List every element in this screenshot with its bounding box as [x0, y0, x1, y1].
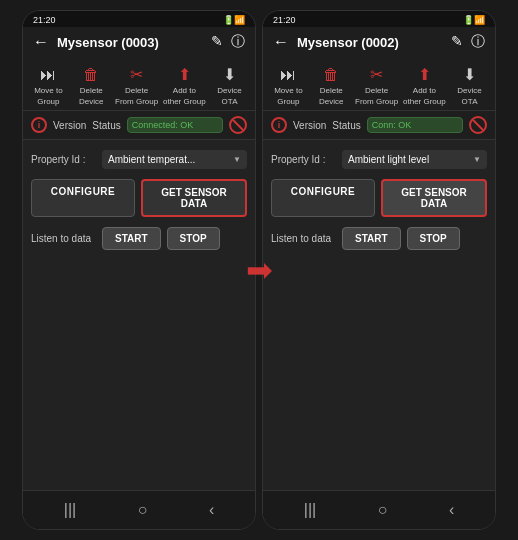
delete-device-icon-left: 🗑	[83, 66, 99, 84]
add-group-label2-right: other Group	[403, 97, 446, 106]
back-button-left[interactable]: ←	[33, 33, 49, 51]
nav-back-icon-left[interactable]: ‹	[209, 501, 214, 519]
listen-label-left: Listen to data	[31, 233, 96, 244]
add-group-label2-left: other Group	[163, 97, 206, 106]
toolbar-add-group-left[interactable]: ⬆ Add to other Group	[163, 65, 206, 106]
select-arrow-left: ▼	[233, 155, 241, 164]
status-bar-right: 21:20 🔋📶	[263, 11, 495, 27]
nav-menu-icon-right[interactable]: |||	[304, 501, 316, 519]
status-value-right: Conn: OK	[367, 117, 463, 133]
back-button-right[interactable]: ←	[273, 33, 289, 51]
version-label-left: Version	[53, 120, 86, 131]
delete-device-label2-right: Device	[319, 97, 343, 106]
page-title-left: Mysensor (0003)	[57, 35, 203, 50]
content-left: Property Id : Ambient temperat... ▼ CONF…	[23, 140, 255, 490]
toolbar-add-group-right[interactable]: ⬆ Add to other Group	[403, 65, 446, 106]
move-label2-right: Group	[277, 97, 299, 106]
delete-group-label-right: Delete	[365, 86, 388, 95]
delete-group-icon-left: ✂	[130, 65, 143, 84]
transition-arrow: ➡	[246, 251, 273, 289]
delete-device-icon-right: 🗑	[323, 66, 339, 84]
nav-menu-icon-left[interactable]: |||	[64, 501, 76, 519]
ota-icon-right: ⬇	[463, 65, 476, 84]
property-id-label-left: Property Id :	[31, 154, 96, 165]
delete-group-label2-left: From Group	[115, 97, 158, 106]
status-icons-right: 🔋📶	[463, 15, 485, 25]
info-icon-right[interactable]: ⓘ	[471, 33, 485, 51]
listen-row-right: Listen to data START STOP	[271, 227, 487, 250]
content-right: Property Id : Ambient light level ▼ CONF…	[263, 140, 495, 490]
property-id-label-right: Property Id :	[271, 154, 336, 165]
toolbar-delete-device-right[interactable]: 🗑 Delete Device	[312, 66, 350, 106]
phone-left: 21:20 🔋📶 ← Mysensor (0003) ✎ ⓘ ⏭ Move to…	[22, 10, 256, 530]
edit-icon-right[interactable]: ✎	[451, 33, 463, 51]
listen-label-right: Listen to data	[271, 233, 336, 244]
delete-group-label2-right: From Group	[355, 97, 398, 106]
no-signal-icon-left	[229, 116, 247, 134]
start-button-left[interactable]: START	[102, 227, 161, 250]
property-select-left[interactable]: Ambient temperat... ▼	[102, 150, 247, 169]
add-group-icon-right: ⬆	[418, 65, 431, 84]
configure-button-left[interactable]: CONFIGURE	[31, 179, 135, 217]
toolbar-move-right[interactable]: ⏭ Move to Group	[269, 66, 307, 106]
toolbar-delete-device-left[interactable]: 🗑 Delete Device	[72, 66, 110, 106]
property-row-right: Property Id : Ambient light level ▼	[271, 150, 487, 169]
start-button-right[interactable]: START	[342, 227, 401, 250]
delete-device-label-right: Delete	[320, 86, 343, 95]
move-label-right: Move to	[274, 86, 302, 95]
property-select-value-left: Ambient temperat...	[108, 154, 195, 165]
nav-back-icon-right[interactable]: ‹	[449, 501, 454, 519]
configure-button-right[interactable]: CONFIGURE	[271, 179, 375, 217]
property-select-right[interactable]: Ambient light level ▼	[342, 150, 487, 169]
status-value-left: Connected: OK	[127, 117, 223, 133]
toolbar-right: ⏭ Move to Group 🗑 Delete Device ✂ Delete…	[263, 57, 495, 111]
action-buttons-left: CONFIGURE GET SENSOR DATA	[31, 179, 247, 217]
get-sensor-button-right[interactable]: GET SENSOR DATA	[381, 179, 487, 217]
property-select-value-right: Ambient light level	[348, 154, 429, 165]
move-label-left: Move to	[34, 86, 62, 95]
nav-home-icon-left[interactable]: ○	[138, 501, 148, 519]
no-signal-icon-right	[469, 116, 487, 134]
phone-right: 21:20 🔋📶 ← Mysensor (0002) ✎ ⓘ ⏭ Move to…	[262, 10, 496, 530]
ota-label2-left: OTA	[222, 97, 238, 106]
move-icon-left: ⏭	[40, 66, 56, 84]
toolbar-ota-left[interactable]: ⬇ Device OTA	[211, 65, 249, 106]
ota-label-right: Device	[457, 86, 481, 95]
edit-icon-left[interactable]: ✎	[211, 33, 223, 51]
get-sensor-button-left[interactable]: GET SENSOR DATA	[141, 179, 247, 217]
info-bar-right: i Version Status Conn: OK	[263, 111, 495, 140]
stop-button-right[interactable]: STOP	[407, 227, 460, 250]
status-label-right: Status	[332, 120, 360, 131]
ota-icon-left: ⬇	[223, 65, 236, 84]
info-bar-left: i Version Status Connected: OK	[23, 111, 255, 140]
toolbar-move-left[interactable]: ⏭ Move to Group	[29, 66, 67, 106]
status-bar-left: 21:20 🔋📶	[23, 11, 255, 27]
nav-home-icon-right[interactable]: ○	[378, 501, 388, 519]
info-circle-right: i	[271, 117, 287, 133]
delete-group-icon-right: ✂	[370, 65, 383, 84]
add-group-label-right: Add to	[413, 86, 436, 95]
toolbar-ota-right[interactable]: ⬇ Device OTA	[451, 65, 489, 106]
status-time-left: 21:20	[33, 15, 56, 25]
toolbar-delete-group-right[interactable]: ✂ Delete From Group	[355, 65, 398, 106]
ota-label2-right: OTA	[462, 97, 478, 106]
add-group-icon-left: ⬆	[178, 65, 191, 84]
status-label-left: Status	[92, 120, 120, 131]
nav-bar-left: ||| ○ ‹	[23, 490, 255, 529]
stop-button-left[interactable]: STOP	[167, 227, 220, 250]
nav-bar-right: ||| ○ ‹	[263, 490, 495, 529]
status-time-right: 21:20	[273, 15, 296, 25]
action-buttons-right: CONFIGURE GET SENSOR DATA	[271, 179, 487, 217]
delete-device-label2-left: Device	[79, 97, 103, 106]
info-icon-left[interactable]: ⓘ	[231, 33, 245, 51]
delete-group-label-left: Delete	[125, 86, 148, 95]
info-circle-left: i	[31, 117, 47, 133]
add-group-label-left: Add to	[173, 86, 196, 95]
right-arrow-icon: ➡	[246, 252, 273, 288]
status-icons-left: 🔋📶	[223, 15, 245, 25]
toolbar-delete-group-left[interactable]: ✂ Delete From Group	[115, 65, 158, 106]
move-label2-left: Group	[37, 97, 59, 106]
title-bar-right: ← Mysensor (0002) ✎ ⓘ	[263, 27, 495, 57]
move-icon-right: ⏭	[280, 66, 296, 84]
delete-device-label-left: Delete	[80, 86, 103, 95]
